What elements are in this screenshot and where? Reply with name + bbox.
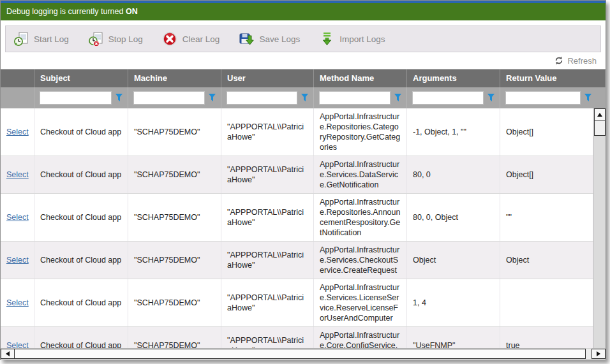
start-log-icon (13, 31, 29, 47)
filter-cell-return-value (500, 87, 606, 108)
horizontal-scrollbar[interactable] (1, 348, 606, 359)
cell-args: "UseFNMP" (407, 327, 500, 348)
cell-user: "APPPORTAL\\PatriciaHowe" (221, 327, 314, 348)
cell-subject: Checkout of Cloud app (34, 327, 128, 348)
table-row: SelectCheckout of Cloud app"SCHAP75DEMO"… (1, 327, 593, 348)
method-name-filter-funnel-icon[interactable] (394, 94, 401, 102)
cell-ret (500, 279, 593, 326)
subject-filter-input[interactable] (40, 91, 112, 105)
start-log-button[interactable]: Start Log (13, 31, 69, 47)
stop-log-label: Stop Log (108, 34, 143, 44)
cell-method: AppPortal.Infrastructure.Services.Checko… (314, 242, 407, 279)
refresh-button[interactable]: Refresh (567, 56, 597, 66)
select-link[interactable]: Select (6, 340, 29, 348)
select-link[interactable]: Select (6, 255, 29, 265)
arguments-filter-funnel-icon[interactable] (487, 94, 495, 102)
vertical-scrollbar-thumb[interactable] (594, 120, 606, 136)
stop-log-button[interactable]: Stop Log (88, 31, 143, 47)
cell-machine: "SCHAP75DEMO" (128, 279, 221, 326)
select-cell: Select (1, 194, 34, 241)
cell-method: AppPortal.Infrastructure.Services.DataSe… (314, 156, 407, 193)
subject-filter-funnel-icon[interactable] (115, 94, 123, 102)
column-header-method-name: Method Name (314, 69, 407, 87)
table-row: SelectCheckout of Cloud app"SCHAP75DEMO"… (1, 242, 593, 279)
machine-filter-input[interactable] (133, 91, 205, 105)
cell-args: 1, 4 (407, 279, 500, 326)
table-row: SelectCheckout of Cloud app"SCHAP75DEMO"… (1, 194, 593, 242)
cell-args: Object (407, 242, 500, 279)
right-arrow-icon (597, 351, 600, 356)
select-link[interactable]: Select (6, 298, 29, 308)
cell-machine: "SCHAP75DEMO" (128, 156, 221, 193)
refresh-icon (554, 56, 563, 65)
select-cell: Select (1, 279, 34, 326)
cell-user: "APPPORTAL\\PatriciaHowe" (221, 156, 314, 193)
banner-text: Debug logging is currently turned (6, 7, 126, 16)
cell-ret: Object (500, 242, 593, 279)
select-link[interactable]: Select (6, 170, 29, 180)
cell-user: "APPPORTAL\\PatriciaHowe" (221, 279, 314, 326)
cell-user: "APPPORTAL\\PatriciaHowe" (221, 108, 314, 156)
filter-cell-select (1, 87, 34, 108)
cell-args: -1, Object, 1, "" (407, 108, 500, 156)
column-header-arguments: Arguments (407, 69, 500, 87)
column-header-user: User (221, 69, 314, 87)
cell-machine: "SCHAP75DEMO" (128, 108, 221, 156)
clear-log-icon (162, 31, 177, 47)
cell-user: "APPPORTAL\\PatriciaHowe" (221, 194, 314, 241)
cell-method: AppPortal.Infrastructure.Repositories.An… (314, 194, 407, 241)
import-logs-label: Import Logs (339, 34, 385, 44)
filter-cell-user (221, 87, 314, 108)
table-row: SelectCheckout of Cloud app"SCHAP75DEMO"… (1, 108, 593, 156)
cell-user: "APPPORTAL\\PatriciaHowe" (221, 242, 314, 279)
grid-viewport: SelectCheckout of Cloud app"SCHAP75DEMO"… (1, 108, 606, 348)
cell-method: AppPortal.Infrastructure.Services.Licens… (314, 279, 407, 326)
cell-subject: Checkout of Cloud app (34, 242, 128, 279)
save-logs-button[interactable]: Save Logs (239, 31, 300, 47)
cell-method: AppPortal.Infrastructure.Repositories.Ca… (314, 108, 407, 156)
save-logs-label: Save Logs (259, 34, 300, 44)
cell-machine: "SCHAP75DEMO" (128, 242, 221, 279)
cell-subject: Checkout of Cloud app (34, 194, 128, 241)
grid-filter-row (1, 87, 606, 108)
filter-cell-arguments (407, 87, 500, 108)
cell-subject: Checkout of Cloud app (34, 108, 128, 156)
scroll-up-button[interactable] (594, 108, 606, 120)
filter-cell-machine (128, 87, 221, 108)
table-row: SelectCheckout of Cloud app"SCHAP75DEMO"… (1, 279, 593, 327)
cell-machine: "SCHAP75DEMO" (128, 194, 221, 241)
cell-ret: true (500, 327, 593, 348)
user-filter-input[interactable] (227, 91, 297, 105)
select-link[interactable]: Select (6, 212, 29, 222)
column-header-select (1, 69, 34, 87)
method-name-filter-input[interactable] (319, 91, 391, 105)
log-toolbar: Start Log Stop Log (5, 25, 601, 52)
clear-log-button[interactable]: Clear Log (162, 31, 220, 47)
import-logs-icon (319, 31, 334, 47)
cell-args: 80, 0 (407, 156, 500, 193)
return-value-filter-funnel-icon[interactable] (584, 94, 591, 102)
return-value-filter-input[interactable] (505, 91, 581, 105)
arguments-filter-input[interactable] (412, 91, 484, 105)
debug-log-window: Debug logging is currently turned ON Sta… (0, 0, 606, 360)
filter-cell-subject (34, 87, 128, 108)
clear-log-label: Clear Log (182, 34, 220, 44)
column-header-machine: Machine (128, 69, 221, 87)
vertical-scrollbar[interactable] (593, 108, 606, 348)
machine-filter-funnel-icon[interactable] (209, 94, 216, 102)
scroll-left-button[interactable] (1, 349, 15, 359)
up-arrow-icon (597, 113, 602, 117)
import-logs-button[interactable]: Import Logs (319, 31, 385, 47)
cell-method: AppPortal.Infrastructure.Core.ConfigServ… (314, 327, 407, 348)
select-cell: Select (1, 327, 34, 348)
grid-rows: SelectCheckout of Cloud app"SCHAP75DEMO"… (1, 108, 593, 348)
cell-ret: Object[] (500, 156, 593, 193)
table-row: SelectCheckout of Cloud app"SCHAP75DEMO"… (1, 156, 593, 194)
user-filter-funnel-icon[interactable] (301, 94, 308, 102)
scroll-right-button[interactable] (591, 349, 606, 359)
cell-machine: "SCHAP75DEMO" (128, 327, 221, 348)
horizontal-scrollbar-thumb[interactable] (15, 349, 586, 359)
spacer (1, 20, 606, 25)
select-link[interactable]: Select (6, 127, 29, 137)
banner-status: ON (126, 7, 138, 16)
